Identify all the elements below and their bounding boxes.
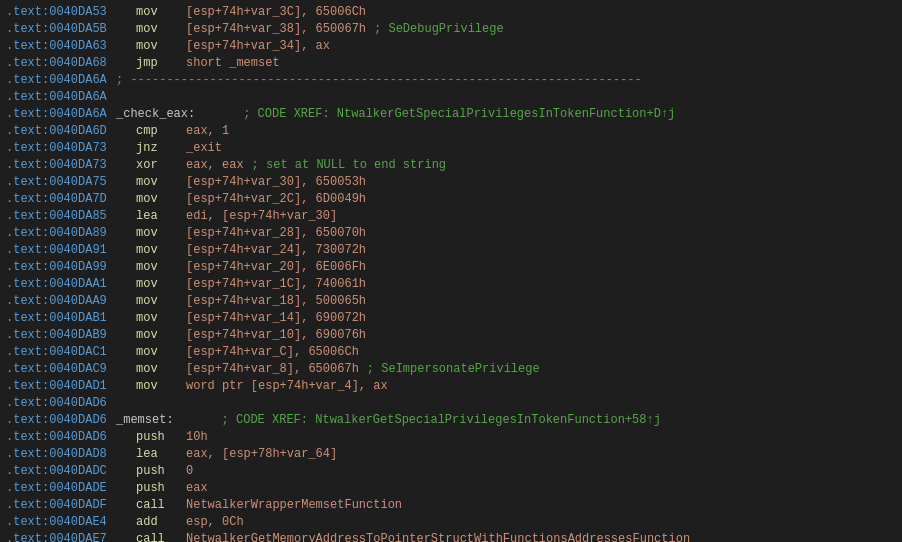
comment: ; set at NULL to end string [252,157,446,174]
operands: [esp+74h+var_20], 6E006Fh [186,259,366,276]
line-addr: .text:0040DAB1 [6,310,116,327]
code-line[interactable]: .text:0040DA99mov[esp+74h+var_20], 6E006… [0,259,902,276]
mnemonic: mov [116,327,186,344]
operands: NetwalkerWrapperMemsetFunction [186,497,402,514]
code-line[interactable]: .text:0040DA73xoreax, eax; set at NULL t… [0,157,902,174]
line-addr: .text:0040DA89 [6,225,116,242]
operands: [esp+74h+var_14], 690072h [186,310,366,327]
code-line[interactable]: .text:0040DADEpusheax [0,480,902,497]
code-line[interactable]: .text:0040DA73jnz_exit [0,140,902,157]
operands: [esp+74h+var_30], 650053h [186,174,366,191]
line-addr: .text:0040DAA1 [6,276,116,293]
line-addr: .text:0040DAA9 [6,293,116,310]
mnemonic: lea [116,208,186,225]
code-line[interactable]: .text:0040DAD6push10h [0,429,902,446]
mnemonic: cmp [116,123,186,140]
operands: [esp+74h+var_3C], 65006Ch [186,4,366,21]
operands: [esp+74h+var_28], 650070h [186,225,366,242]
mnemonic: mov [116,174,186,191]
operands: eax, [esp+78h+var_64] [186,446,337,463]
line-addr: .text:0040DA85 [6,208,116,225]
operands: esp, 0Ch [186,514,244,531]
line-addr: .text:0040DADE [6,480,116,497]
line-addr: .text:0040DAD1 [6,378,116,395]
code-line[interactable]: .text:0040DA6A; ------------------------… [0,72,902,89]
code-line[interactable]: .text:0040DAC1mov[esp+74h+var_C], 65006C… [0,344,902,361]
comment: ; SeImpersonatePrivilege [367,361,540,378]
code-line[interactable]: .text:0040DADFcallNetwalkerWrapperMemset… [0,497,902,514]
mnemonic: mov [116,4,186,21]
operands: eax, 1 [186,123,229,140]
code-line[interactable]: .text:0040DA6A [0,89,902,106]
code-line[interactable]: .text:0040DAD1movword ptr [esp+74h+var_4… [0,378,902,395]
code-line[interactable]: .text:0040DA91mov[esp+74h+var_24], 73007… [0,242,902,259]
line-addr: .text:0040DAD6 [6,412,116,429]
operands: [esp+74h+var_10], 690076h [186,327,366,344]
line-addr: .text:0040DA73 [6,140,116,157]
line-addr: .text:0040DAE4 [6,514,116,531]
line-addr: .text:0040DA6A [6,72,116,89]
mnemonic: push [116,429,186,446]
mnemonic: mov [116,361,186,378]
line-addr: .text:0040DADC [6,463,116,480]
mnemonic: call [116,497,186,514]
code-line[interactable]: .text:0040DAB1mov[esp+74h+var_14], 69007… [0,310,902,327]
xref-comment: ; CODE XREF: NtwalkerGetSpecialPrivilege… [243,106,675,123]
operands: NetwalkerGetMemoryAddressToPointerStruct… [186,531,690,542]
mnemonic: mov [116,191,186,208]
line-addr: .text:0040DAC1 [6,344,116,361]
operands: [esp+74h+var_8], 650067h [186,361,359,378]
line-addr: .text:0040DAD8 [6,446,116,463]
line-addr: .text:0040DA6D [6,123,116,140]
operands: [esp+74h+var_34], ax [186,38,330,55]
mnemonic: mov [116,293,186,310]
code-line[interactable]: .text:0040DADCpush0 [0,463,902,480]
line-addr: .text:0040DA91 [6,242,116,259]
code-line[interactable]: .text:0040DAD8leaeax, [esp+78h+var_64] [0,446,902,463]
mnemonic: jmp [116,55,186,72]
operands: [esp+74h+var_2C], 6D0049h [186,191,366,208]
mnemonic: push [116,480,186,497]
mnemonic: mov [116,276,186,293]
code-line[interactable]: .text:0040DA6A_check_eax:; CODE XREF: Nt… [0,106,902,123]
mnemonic: call [116,531,186,542]
code-line[interactable]: .text:0040DAD6 [0,395,902,412]
operands: 0 [186,463,193,480]
code-line[interactable]: .text:0040DAD6_memset:; CODE XREF: Ntwal… [0,412,902,429]
mnemonic: xor [116,157,186,174]
line-addr: .text:0040DA6A [6,89,116,106]
line-addr: .text:0040DAD6 [6,395,116,412]
code-line[interactable]: .text:0040DA53mov[esp+74h+var_3C], 65006… [0,4,902,21]
line-addr: .text:0040DAC9 [6,361,116,378]
mnemonic: jnz [116,140,186,157]
operands: 10h [186,429,208,446]
line-addr: .text:0040DAD6 [6,429,116,446]
mnemonic: mov [116,310,186,327]
code-line[interactable]: .text:0040DA6Dcmpeax, 1 [0,123,902,140]
operands: [esp+74h+var_1C], 740061h [186,276,366,293]
code-view: .text:0040DA53mov[esp+74h+var_3C], 65006… [0,0,902,542]
code-line[interactable]: .text:0040DA85leaedi, [esp+74h+var_30] [0,208,902,225]
operands: [esp+74h+var_18], 500065h [186,293,366,310]
mnemonic: add [116,514,186,531]
code-line[interactable]: .text:0040DA63mov[esp+74h+var_34], ax [0,38,902,55]
line-addr: .text:0040DAB9 [6,327,116,344]
code-line[interactable]: .text:0040DAA9mov[esp+74h+var_18], 50006… [0,293,902,310]
code-line[interactable]: .text:0040DAA1mov[esp+74h+var_1C], 74006… [0,276,902,293]
operands: word ptr [esp+74h+var_4], ax [186,378,388,395]
operands: edi, [esp+74h+var_30] [186,208,337,225]
code-line[interactable]: .text:0040DA89mov[esp+74h+var_28], 65007… [0,225,902,242]
code-line[interactable]: .text:0040DAC9mov[esp+74h+var_8], 650067… [0,361,902,378]
mnemonic: mov [116,242,186,259]
code-line[interactable]: .text:0040DA75mov[esp+74h+var_30], 65005… [0,174,902,191]
code-line[interactable]: .text:0040DAB9mov[esp+74h+var_10], 69007… [0,327,902,344]
code-line[interactable]: .text:0040DA5Bmov[esp+74h+var_38], 65006… [0,21,902,38]
code-line[interactable]: .text:0040DA7Dmov[esp+74h+var_2C], 6D004… [0,191,902,208]
operands: eax, eax [186,157,244,174]
code-line[interactable]: .text:0040DAE4addesp, 0Ch [0,514,902,531]
code-line[interactable]: .text:0040DAE7callNetwalkerGetMemoryAddr… [0,531,902,542]
mnemonic: mov [116,21,186,38]
operands: [esp+74h+var_C], 65006Ch [186,344,359,361]
operands: [esp+74h+var_38], 650067h [186,21,366,38]
code-line[interactable]: .text:0040DA68jmpshort _memset [0,55,902,72]
